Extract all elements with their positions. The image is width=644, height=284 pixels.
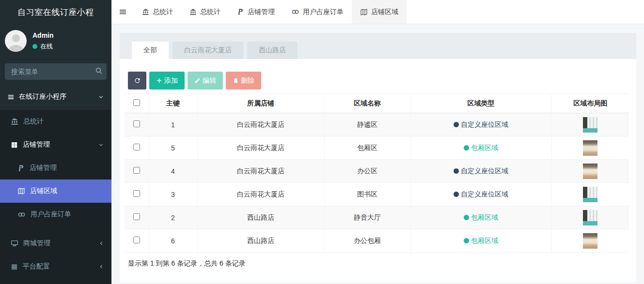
layout-thumbnail[interactable] — [583, 140, 597, 156]
bank-icon — [11, 118, 18, 125]
tab-baiyun-store[interactable]: 白云雨花大厦店 — [173, 42, 243, 59]
area-type-badge: 包厢区域 — [464, 144, 498, 152]
layout-thumbnail[interactable] — [583, 164, 597, 179]
sidebar-item-shop-area[interactable]: 店铺区域 — [0, 179, 111, 203]
layout-thumbnail[interactable] — [583, 233, 597, 249]
map-icon — [360, 8, 368, 16]
row-checkbox[interactable] — [133, 120, 140, 127]
row-checkbox[interactable] — [133, 237, 140, 243]
panel-body: 添加 编辑 删除 — [120, 59, 636, 282]
content-area: 全部 白云雨花大厦店 西山路店 添加 — [111, 24, 644, 284]
user-panel: Admin 在线 — [0, 24, 111, 59]
edit-button[interactable]: 编辑 — [188, 72, 223, 90]
nav-tab-shop-area[interactable]: 店铺区域 — [352, 0, 407, 24]
sidebar-item-platform-config[interactable]: 平台配置 — [0, 255, 111, 278]
table-row[interactable]: 2 西山路店 静音大厅 包厢区域 — [125, 206, 629, 229]
sidebar-item-label: 店铺管理 — [23, 140, 50, 149]
sidebar-submenu: 总统计 店铺管理 店铺管理 店铺区域 — [0, 110, 111, 284]
table-row[interactable]: 3 白云雨花大厦店 图书区 自定义座位区域 — [125, 183, 629, 206]
menu-search-input[interactable] — [5, 63, 107, 80]
sidebar-item-label: 总统计 — [23, 117, 44, 126]
type-dot-icon — [464, 145, 469, 150]
links-icon — [17, 210, 26, 219]
header-select-all — [125, 94, 149, 113]
chevron-down-icon — [98, 94, 104, 100]
map-icon — [17, 187, 25, 195]
row-checkbox[interactable] — [133, 190, 140, 197]
cell-store: 白云雨花大厦店 — [197, 183, 324, 206]
user-name: Admin — [32, 31, 54, 39]
paypal-icon — [17, 164, 25, 172]
tab-xishan-store[interactable]: 西山路店 — [247, 42, 298, 59]
sidebar-group-label: 在线订座小程序 — [19, 92, 66, 101]
th-large-icon — [11, 141, 18, 149]
paypal-icon — [237, 8, 244, 15]
shop-area-table: 主键 所属店铺 区域名称 区域类型 区域布局图 1 白云雨花大厦店 静谧区 自定… — [125, 93, 629, 253]
add-button-label: 添加 — [164, 76, 178, 85]
bank-icon — [142, 8, 149, 15]
cell-area-name: 办公区 — [324, 160, 410, 183]
nav-tab-shop-management[interactable]: 店铺管理 — [229, 0, 283, 24]
top-navbar: 总统计 总统计 店铺管理 用户占座订单 店铺区域 — [111, 0, 644, 24]
layout-thumbnail[interactable] — [583, 187, 597, 202]
record-count-summary: 显示第 1 到第 6 条记录，总共 6 条记录 — [128, 259, 629, 268]
tab-label: 全部 — [143, 46, 157, 55]
cell-id: 2 — [149, 206, 197, 229]
area-type-badge: 自定义座位区域 — [454, 120, 508, 129]
app-title: 自习室在线订座小程 — [0, 0, 111, 24]
chevron-left-icon — [98, 264, 104, 269]
plus-icon — [156, 77, 162, 84]
type-dot-icon — [464, 215, 469, 220]
row-checkbox[interactable] — [133, 213, 140, 220]
table-row[interactable]: 1 白云雨花大厦店 静谧区 自定义座位区域 — [125, 113, 629, 136]
sidebar-item-seat-orders[interactable]: 用户占座订单 — [0, 203, 111, 226]
table-row[interactable]: 5 白云雨花大厦店 包厢区 包厢区域 — [125, 136, 629, 160]
row-checkbox[interactable] — [133, 144, 140, 150]
avatar — [5, 30, 27, 52]
avatar-head-shape — [12, 34, 20, 42]
toolbar: 添加 编辑 删除 — [128, 72, 629, 90]
header-id: 主键 — [149, 94, 197, 113]
sidebar-item-mall-management[interactable]: 商城管理 — [0, 232, 111, 255]
sidebar-item-mini-program-group[interactable]: 在线订座小程序 — [0, 87, 111, 107]
links-icon — [291, 8, 299, 16]
table-row[interactable]: 4 白云雨花大厦店 办公区 自定义座位区域 — [125, 160, 629, 183]
sidebar: 自习室在线订座小程 Admin 在线 在线订座小程序 — [0, 0, 111, 284]
layout-thumbnail[interactable] — [583, 210, 597, 225]
sidebar-item-total-stats[interactable]: 总统计 — [0, 110, 111, 133]
bank-icon — [189, 8, 197, 15]
select-all-checkbox[interactable] — [133, 99, 140, 106]
table-row[interactable]: 6 西山路店 办公包厢 包厢区域 — [125, 229, 629, 253]
hamburger-icon[interactable] — [111, 0, 134, 24]
sidebar-item-label: 商城管理 — [23, 239, 50, 248]
cell-store: 西山路店 — [197, 229, 324, 253]
sidebar-item-label: 店铺管理 — [30, 164, 57, 172]
sidebar-item-shop-management-sub[interactable]: 店铺管理 — [0, 156, 111, 179]
nav-tab-label: 店铺管理 — [248, 8, 275, 16]
cell-store: 白云雨花大厦店 — [197, 113, 324, 136]
nav-tab-label: 用户占座订单 — [303, 8, 344, 16]
nav-tab-total-stats-2[interactable]: 总统计 — [181, 0, 229, 24]
add-button[interactable]: 添加 — [149, 72, 185, 90]
nav-tab-total-stats-1[interactable]: 总统计 — [134, 0, 181, 24]
header-area-type: 区域类型 — [410, 94, 551, 113]
type-dot-icon — [454, 192, 459, 197]
cell-area-name: 静谧区 — [324, 113, 410, 136]
delete-button[interactable]: 删除 — [226, 72, 261, 90]
sidebar-item-shop-management[interactable]: 店铺管理 — [0, 133, 111, 156]
cell-id: 3 — [149, 183, 197, 206]
refresh-button[interactable] — [128, 72, 146, 90]
bars-icon — [7, 93, 15, 101]
header-area-name: 区域名称 — [324, 94, 410, 113]
search-icon[interactable] — [95, 67, 103, 75]
edit-button-label: 编辑 — [203, 76, 216, 85]
cell-area-name: 静音大厅 — [324, 206, 410, 229]
cell-area-name: 包厢区 — [324, 136, 410, 160]
sidebar-item-label: 平台配置 — [23, 262, 50, 271]
tab-all[interactable]: 全部 — [132, 42, 169, 59]
layout-thumbnail[interactable] — [583, 117, 597, 133]
type-dot-icon — [454, 122, 459, 127]
row-checkbox[interactable] — [133, 167, 140, 174]
sidebar-item-label: 用户占座订单 — [31, 210, 71, 219]
nav-tab-seat-orders[interactable]: 用户占座订单 — [283, 0, 352, 24]
